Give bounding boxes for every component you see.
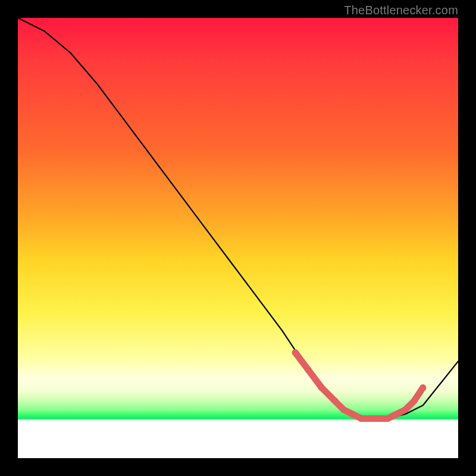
marker-dot (340, 406, 347, 413)
marker-dot (318, 384, 325, 391)
chart-frame: TheBottlenecker.com (0, 0, 476, 476)
marker-dot (349, 411, 356, 418)
marker-dot (292, 349, 299, 356)
marker-segment (295, 352, 308, 370)
bottleneck-curve (18, 18, 458, 418)
marker-dot (305, 367, 312, 374)
marker-dot (375, 415, 382, 422)
marker-dot (419, 384, 426, 391)
marker-dot (402, 406, 409, 413)
plot-area (18, 18, 458, 458)
curve-markers (292, 349, 427, 422)
marker-dot (384, 415, 391, 422)
plot-svg (18, 18, 458, 458)
marker-segment (308, 370, 321, 388)
watermark-text: TheBottlenecker.com (344, 4, 458, 17)
marker-dot (367, 415, 374, 422)
marker-dot (393, 411, 400, 418)
marker-dot (331, 397, 338, 404)
marker-dot (358, 415, 365, 422)
marker-dot (411, 397, 418, 404)
